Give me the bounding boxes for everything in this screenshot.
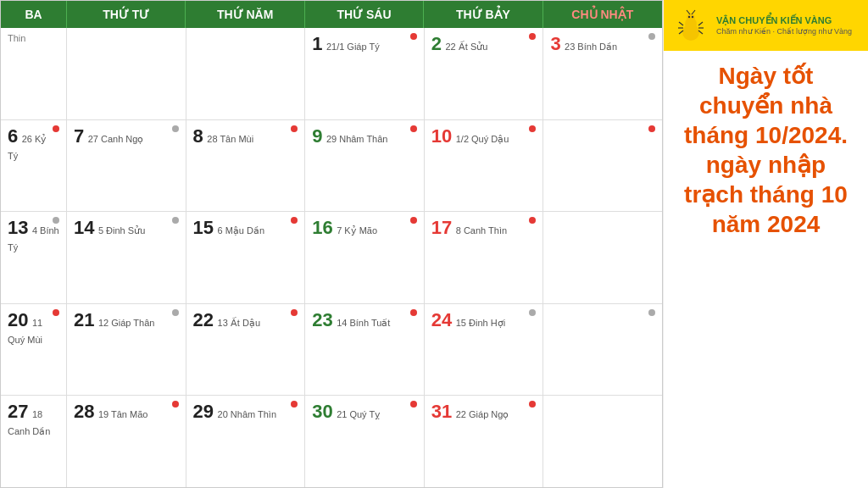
dot-sat-row4 bbox=[529, 309, 536, 316]
day-num-sat-row4: 24 bbox=[431, 309, 452, 330]
svg-point-4 bbox=[692, 16, 693, 18]
logo-title: VẬN CHUYỂN KIẾN VÀNG bbox=[716, 14, 852, 26]
cell-sat-row3: 17 8 Canh Thìn bbox=[425, 212, 544, 303]
col-header-chu-nhat: CHỦ NHẬT bbox=[543, 1, 662, 28]
lunar-fri-row3: 7 Kỷ Mão bbox=[337, 225, 377, 236]
dot-sat-row3 bbox=[529, 217, 536, 224]
cell-wed-row1 bbox=[67, 28, 186, 119]
day-num-left-row2: 6 bbox=[8, 125, 18, 147]
col-header-thu-sau: THỨ SÁU bbox=[305, 1, 424, 28]
lunar-wed-row5: 19 Tân Mão bbox=[98, 409, 148, 419]
col-header-thu-nam: THỨ NĂM bbox=[186, 1, 304, 28]
cell-sat-row1: 2 22 Ất Sửu bbox=[425, 28, 544, 119]
cal-row-5: 27 18 Canh Dần 28 19 Tân Mão 29 20 Nhâm … bbox=[1, 396, 662, 487]
lunar-wed-row3: 5 Đinh Sửu bbox=[98, 225, 145, 236]
cell-left-row5: 27 18 Canh Dần bbox=[1, 396, 67, 487]
lunar-thu-row2: 28 Tân Mùi bbox=[207, 134, 253, 144]
cell-sun-row3 bbox=[543, 212, 662, 303]
cell-fri-row2: 9 29 Nhâm Thân bbox=[305, 120, 425, 212]
cell-sun-row1: 3 23 Bính Dần bbox=[543, 28, 662, 119]
day-num-thu-row3: 15 bbox=[193, 217, 214, 238]
dot-thu-row4 bbox=[291, 309, 298, 316]
day-num-left-row4: 20 bbox=[8, 309, 28, 330]
day-num-sat-row2: 10 bbox=[431, 125, 452, 147]
lunar-sat-row2: 1/2 Quý Dậu bbox=[456, 134, 509, 144]
day-num-fri-row3: 16 bbox=[312, 217, 332, 238]
calendar-body: Thin 1 21/1 Giáp Tý 2 22 Ất Sửu bbox=[1, 28, 662, 487]
cal-row-3: 13 4 Bính Tý 14 5 Đinh Sửu 15 6 Mậu Dần bbox=[1, 212, 662, 304]
lunar-sat-row5: 22 Giáp Ngọ bbox=[456, 409, 509, 419]
lunar-fri-row1: 21/1 Giáp Tý bbox=[326, 42, 380, 52]
cal-row-1: Thin 1 21/1 Giáp Tý 2 22 Ất Sửu bbox=[1, 28, 662, 120]
dot-sun-row2 bbox=[648, 125, 655, 132]
lunar-sat-row3: 8 Canh Thìn bbox=[456, 225, 507, 236]
cell-left-row2: 6 26 Kỷ Tý bbox=[1, 120, 67, 212]
col-header-thu-bay: THỨ BẢY bbox=[424, 1, 542, 28]
cell-wed-row2: 7 27 Canh Ngọ bbox=[67, 120, 186, 212]
cell-wed-row3: 14 5 Đinh Sửu bbox=[67, 212, 186, 303]
dot-fri-row3 bbox=[410, 217, 417, 224]
day-num-left-row5: 27 bbox=[8, 401, 28, 422]
svg-line-10 bbox=[698, 22, 703, 25]
cell-sun-row2 bbox=[543, 120, 662, 212]
col-header-ba: BA bbox=[1, 1, 67, 28]
lunar-sun-row1: 23 Bính Dần bbox=[565, 42, 617, 52]
dot-sat-row5 bbox=[529, 401, 536, 408]
dot-fri-row1 bbox=[410, 33, 417, 40]
cell-thu-row5: 29 20 Nhâm Thìn bbox=[186, 396, 306, 487]
calendar-header: THỨ TƯ THỨ NĂM THỨ SÁU THỨ BẢY CHỦ NHẬT bbox=[67, 1, 662, 28]
dot-left-row4 bbox=[53, 309, 59, 316]
dot-thu-row3 bbox=[291, 217, 298, 224]
lunar-thu-row4: 13 Ất Dậu bbox=[218, 318, 260, 328]
dot-sat-row1 bbox=[529, 33, 536, 40]
cell-fri-row5: 30 21 Quý Tỵ bbox=[305, 396, 425, 487]
day-num-sat-row5: 31 bbox=[431, 401, 452, 422]
day-num-left-row3: 13 bbox=[8, 217, 28, 238]
day-num-wed-row3: 14 bbox=[74, 217, 94, 238]
svg-line-5 bbox=[687, 10, 690, 14]
promo-text: Ngày tốt chuyển nhà tháng 10/2024. ngày … bbox=[664, 51, 868, 488]
left-lunar-row1: Thin bbox=[8, 33, 59, 43]
col-header-thu-tu: THỨ TƯ bbox=[67, 1, 186, 28]
sidebar: VẬN CHUYỂN KIẾN VÀNG Chăm như Kiến · Chấ… bbox=[663, 0, 868, 488]
dot-sun-row4 bbox=[648, 309, 655, 316]
dot-thu-row2 bbox=[291, 125, 298, 132]
cell-sat-row2: 10 1/2 Quý Dậu bbox=[425, 120, 544, 212]
lunar-wed-row4: 12 Giáp Thân bbox=[98, 318, 154, 328]
dot-sun-row1 bbox=[648, 33, 655, 40]
logo-text: VẬN CHUYỂN KIẾN VÀNG Chăm như Kiến · Chấ… bbox=[716, 14, 852, 37]
cell-left-row3: 13 4 Bính Tý bbox=[1, 212, 67, 303]
lunar-fri-row2: 29 Nhâm Thân bbox=[326, 134, 388, 144]
svg-line-7 bbox=[679, 22, 683, 25]
day-num-fri-row5: 30 bbox=[312, 401, 332, 422]
col-header-ba-label: BA bbox=[25, 8, 42, 21]
cell-wed-row4: 21 12 Giáp Thân bbox=[67, 304, 186, 396]
cell-sat-row5: 31 22 Giáp Ngọ bbox=[425, 396, 544, 487]
day-num-wed-row5: 28 bbox=[74, 401, 94, 422]
day-num-fri-row2: 9 bbox=[312, 125, 322, 147]
dot-fri-row4 bbox=[410, 309, 417, 316]
cell-left-row1: Thin bbox=[1, 28, 67, 119]
logo-bar: VẬN CHUYỂN KIẾN VÀNG Chăm như Kiến · Chấ… bbox=[664, 0, 868, 51]
cell-left-row4: 20 11 Quý Mùi bbox=[1, 304, 67, 396]
cell-thu-row3: 15 6 Mậu Dần bbox=[186, 212, 306, 303]
dot-sat-row2 bbox=[529, 125, 536, 132]
lunar-sat-row1: 22 Ất Sửu bbox=[445, 42, 487, 52]
cell-fri-row3: 16 7 Kỷ Mão bbox=[305, 212, 425, 303]
day-num-sun-row1: 3 bbox=[550, 33, 560, 54]
day-num-sat-row3: 17 bbox=[431, 217, 452, 238]
cell-fri-row4: 23 14 Bính Tuất bbox=[305, 304, 425, 396]
cell-sun-row5 bbox=[543, 396, 662, 487]
svg-line-6 bbox=[692, 10, 695, 14]
logo-subtitle: Chăm như Kiến · Chất lượng như Vàng bbox=[716, 26, 852, 37]
dot-wed-row3 bbox=[172, 217, 179, 224]
dot-left-row3 bbox=[53, 217, 59, 224]
cal-row-2: 6 26 Kỷ Tý 7 27 Canh Ngọ 8 28 Tân Mùi bbox=[1, 120, 662, 213]
ant-logo-icon bbox=[672, 7, 709, 44]
lunar-thu-row5: 20 Nhâm Thìn bbox=[218, 409, 277, 419]
dot-left-row2 bbox=[53, 125, 59, 132]
dot-fri-row5 bbox=[410, 401, 417, 408]
day-num-thu-row5: 29 bbox=[193, 401, 214, 422]
day-num-fri-row1: 1 bbox=[312, 33, 322, 54]
lunar-wed-row2: 27 Canh Ngọ bbox=[88, 134, 144, 144]
